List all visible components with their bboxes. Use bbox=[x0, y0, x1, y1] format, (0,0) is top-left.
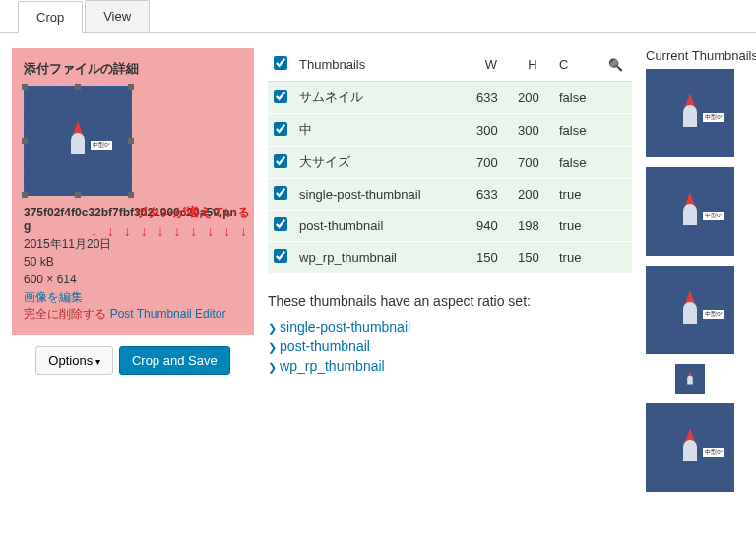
rocket-icon: 中型0° bbox=[675, 292, 705, 328]
aspect-item[interactable]: post-thumbnail bbox=[268, 337, 632, 356]
table-row[interactable]: wp_rp_thumbnail150150true bbox=[268, 242, 632, 274]
row-c: true bbox=[553, 179, 602, 211]
row-name: wp_rp_thumbnail bbox=[293, 242, 471, 274]
attachment-details: 添付ファイルの詳細 中型0° 375f02f4f0c32bf7fbf302190… bbox=[12, 48, 254, 335]
row-w: 633 bbox=[471, 82, 512, 114]
col-w: W bbox=[471, 48, 512, 82]
search-icon bbox=[608, 57, 623, 72]
row-name: 大サイズ bbox=[293, 147, 471, 179]
row-checkbox[interactable] bbox=[274, 249, 287, 263]
rocket-icon: 中型0° bbox=[675, 95, 705, 131]
row-w: 633 bbox=[471, 179, 512, 211]
row-c: true bbox=[553, 242, 602, 274]
row-h: 700 bbox=[512, 147, 553, 179]
file-dims: 600 × 614 bbox=[24, 271, 242, 288]
center-panel: Thumbnails W H C サムネイル633200false中300300… bbox=[268, 48, 632, 376]
rocket-icon: 中型0° bbox=[675, 430, 705, 465]
row-w: 300 bbox=[471, 114, 512, 147]
tabs: Crop View bbox=[0, 0, 756, 33]
file-size: 50 kB bbox=[24, 253, 242, 271]
row-name: サムネイル bbox=[293, 82, 471, 114]
aspect-item[interactable]: wp_rp_thumbnail bbox=[268, 356, 632, 376]
thumbnail-table: Thumbnails W H C サムネイル633200false中300300… bbox=[268, 48, 632, 274]
current-thumb[interactable]: 中型0° bbox=[646, 266, 734, 354]
pte-link[interactable]: Post Thumbnail Editor bbox=[110, 307, 226, 321]
crop-image-area[interactable]: 中型0° bbox=[24, 86, 132, 196]
row-h: 200 bbox=[512, 179, 553, 211]
rocket-icon: 中型0° bbox=[63, 123, 93, 158]
delete-link[interactable]: 完全に削除する bbox=[24, 307, 106, 321]
row-w: 700 bbox=[471, 147, 512, 179]
attachment-title: 添付ファイルの詳細 bbox=[24, 60, 242, 78]
row-c: true bbox=[553, 211, 602, 242]
table-row[interactable]: post-thumbnail940198true bbox=[268, 211, 632, 242]
aspect-ratio-text: These thumbnails have an aspect ratio se… bbox=[268, 293, 632, 309]
aspect-item[interactable]: single-post-thumbnail bbox=[268, 317, 632, 337]
annotation: ボタンが増えている ↓ ↓ ↓ ↓ ↓ ↓ ↓ ↓ ↓ ↓ bbox=[91, 204, 250, 239]
row-h: 300 bbox=[512, 114, 553, 147]
current-thumb[interactable] bbox=[675, 364, 705, 394]
options-button[interactable]: Options bbox=[35, 346, 113, 375]
table-row[interactable]: 大サイズ700700false bbox=[268, 147, 632, 179]
aspect-ratio-list: single-post-thumbnailpost-thumbnailwp_rp… bbox=[268, 317, 632, 376]
right-panel: Current Thumbnails 中型0° 中型0° 中型0° 中型0° bbox=[646, 48, 744, 502]
row-w: 150 bbox=[471, 242, 512, 274]
edit-image-link[interactable]: 画像を編集 bbox=[24, 290, 83, 304]
tab-view[interactable]: View bbox=[85, 0, 150, 32]
row-h: 200 bbox=[512, 82, 553, 114]
select-all-checkbox[interactable] bbox=[274, 56, 287, 70]
table-row[interactable]: 中300300false bbox=[268, 114, 632, 147]
row-checkbox[interactable] bbox=[274, 217, 287, 231]
row-c: false bbox=[553, 147, 602, 179]
current-thumb[interactable]: 中型0° bbox=[646, 69, 734, 157]
rocket-icon: 中型0° bbox=[675, 194, 705, 229]
col-h: H bbox=[512, 48, 553, 82]
current-thumb[interactable]: 中型0° bbox=[646, 167, 734, 256]
col-name: Thumbnails bbox=[293, 48, 471, 82]
row-checkbox[interactable] bbox=[274, 122, 287, 136]
col-c: C bbox=[553, 48, 602, 82]
table-row[interactable]: single-post-thumbnail633200true bbox=[268, 179, 632, 211]
crop-save-button[interactable]: Crop and Save bbox=[119, 346, 230, 375]
row-name: single-post-thumbnail bbox=[293, 179, 471, 211]
row-h: 198 bbox=[512, 211, 553, 242]
row-name: post-thumbnail bbox=[293, 211, 471, 242]
file-meta: 2015年11月20日 50 kB 600 × 614 画像を編集 bbox=[24, 235, 242, 306]
current-thumbnails-title: Current Thumbnails bbox=[646, 48, 744, 63]
row-checkbox[interactable] bbox=[274, 90, 287, 103]
row-checkbox[interactable] bbox=[274, 154, 287, 168]
table-row[interactable]: サムネイル633200false bbox=[268, 82, 632, 114]
down-arrows-icon: ↓ ↓ ↓ ↓ ↓ ↓ ↓ ↓ ↓ ↓ bbox=[91, 223, 250, 239]
row-name: 中 bbox=[293, 114, 471, 147]
left-panel: 添付ファイルの詳細 中型0° 375f02f4f0c32bf7fbf302190… bbox=[12, 48, 254, 375]
row-checkbox[interactable] bbox=[274, 186, 287, 200]
row-c: false bbox=[553, 114, 602, 147]
col-search bbox=[602, 48, 632, 82]
current-thumb[interactable]: 中型0° bbox=[646, 403, 734, 492]
row-h: 150 bbox=[512, 242, 553, 274]
tab-crop[interactable]: Crop bbox=[18, 1, 83, 33]
rocket-icon bbox=[684, 372, 696, 386]
row-w: 940 bbox=[471, 211, 512, 242]
row-c: false bbox=[553, 82, 602, 114]
